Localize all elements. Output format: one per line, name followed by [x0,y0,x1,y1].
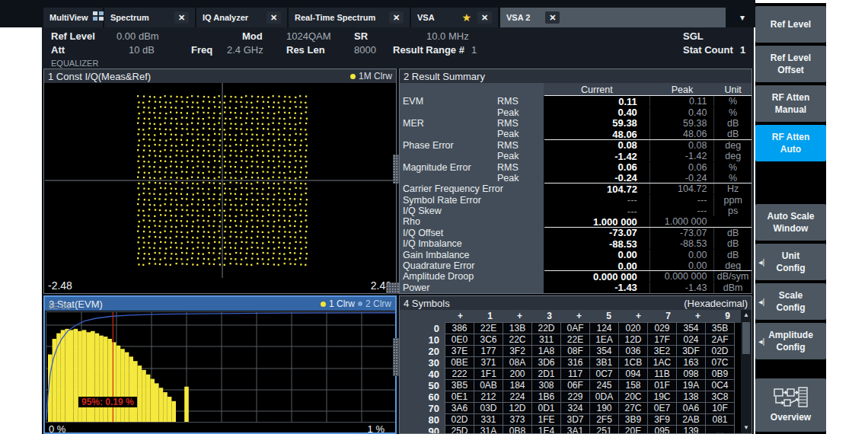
softkey-amplitude-config[interactable]: ◂|AmplitudeConfig [755,323,826,359]
vertical-splitter-handle[interactable] [393,155,399,183]
symbols-row-30: 300BE37108A3D63163B11CB1AC16307C [400,357,752,369]
current-value: 0.00 [544,260,649,272]
result-row-carrier-frequency-error: Carrier Frequency Error104.72104.72Hz [400,183,752,194]
ref-level-value[interactable]: 0.00 dBm [116,31,159,42]
symbols-col-label: + [683,310,713,323]
unit-value: deg [713,151,752,161]
scroll-down-icon[interactable]: ▼ [743,423,749,433]
tab-close-icon[interactable]: ✕ [389,11,404,24]
trace1-label: 1 Clrw [329,298,355,309]
symbol-cell: 02D [705,345,735,357]
stat-evm-window[interactable]: 3 Stat(EVM) 1 Clrw 2 Clrw 1E-01 95%: 0.1… [43,295,397,434]
symbol-cell: 029 [647,322,677,334]
att-value[interactable]: 10 dB [129,45,155,56]
scrollbar-thumb[interactable] [742,322,750,354]
tab-iq-analyzer[interactable]: IQ Analyzer✕ [196,8,287,27]
x-min-label: 0 % [49,423,65,434]
result-label: Phase ErrorRMS [400,140,544,151]
tab-spectrum[interactable]: Spectrum✕ [104,8,195,27]
res-len-value[interactable]: 8000 [354,45,376,56]
symbol-cell: 12D [503,402,532,414]
peak-value: 0.11 [649,96,713,107]
softkey-scale-config[interactable]: ◂|ScaleConfig [755,283,826,320]
peak-value: -73.07 [649,228,713,238]
symbol-cell: 17F [647,333,677,346]
softkey-auto-scale-window[interactable]: Auto ScaleWindow [755,204,826,241]
symbol-cell: 0E0 [445,333,474,346]
tab-multiview[interactable]: MultiView [43,8,103,27]
trace1-dot-icon [350,74,356,79]
tab-close-icon[interactable]: ✕ [174,11,189,24]
mod-value[interactable]: 1024QAM [286,31,331,42]
tab-close-icon[interactable]: ✕ [545,11,560,24]
symbol-cell: 22C [503,333,532,346]
result-sublabel: RMS [497,140,519,151]
symbol-cell: 371 [474,356,503,369]
symbol-cell: 11B [647,368,677,380]
softkey-overview[interactable]: Overview [755,378,826,432]
softkey-ref-level-offset[interactable]: Ref LevelOffset [755,46,826,82]
constellation-window[interactable]: 1 Const I/Q(Meas&Ref) 1M Clrw -2.48 2.48 [43,69,397,294]
constellation-title-bar: 1 Const I/Q(Meas&Ref) 1M Clrw [44,69,396,83]
peak-value: 0.000 000 [649,271,713,282]
col-current: Current [544,85,649,95]
ref-level-label: Ref Level [51,31,95,42]
symbol-cell: 3A6 [445,402,474,414]
result-range-value[interactable]: 1 [471,45,477,56]
freq-value[interactable]: 2.4 GHz [227,45,263,56]
result-sublabel: Peak [497,151,519,161]
tab-vsa-2[interactable]: VSA 2✕ [500,8,726,27]
result-label: Power [400,282,544,293]
symbol-cell: 31A [474,425,503,434]
splitter-corner-handle[interactable] [386,282,399,294]
symbol-cell: 212 [474,391,503,403]
symbol-cell: 124 [589,322,619,334]
col-unit: Unit [714,85,752,95]
result-row-magnitude-error: Magnitude ErrorRMS0.060.06% [400,161,752,172]
softkey-unit-config[interactable]: ◂|UnitConfig [755,244,826,280]
vertical-splitter-handle[interactable] [393,338,399,376]
result-sublabel: RMS [497,118,519,129]
symbol-cell: 036 [618,345,648,357]
tab-close-icon[interactable]: ✕ [477,11,492,24]
peak-value: 104.72 [649,183,713,194]
result-summary-window[interactable]: 2 Result Summary Current Peak Unit EVMRM… [399,69,752,294]
current-value: 0.06 [544,161,649,173]
symbols-row-90: 9025D31A0B81E43A125120E095139... [400,426,752,434]
top-edge-bar [0,0,755,8]
tab-vsa[interactable]: VSA★✕ [411,8,498,27]
symbol-cell: 251 [589,425,619,434]
softkey-label: Config [777,302,806,314]
symbol-cell: 308 [531,379,561,391]
submenu-arrow-icon: ◂| [758,337,764,346]
channel-info-bar: Ref Level 0.00 dBm Mod 1024QAM SR 10.0 M… [42,27,754,69]
symbols-row-index: 90 [400,426,445,434]
current-value: -1.43 [544,282,649,293]
softkey-rf-atten-manual[interactable]: RF AttenManual [755,85,826,122]
symbol-cell: 354 [676,322,706,334]
tab-list-dropdown[interactable]: ▾ [733,9,752,26]
peak-value: 0.00 [649,260,713,271]
symbol-cell: 229 [560,391,590,403]
symbols-window[interactable]: 4 Symbols (Hexadecimal) +1+3+5+7+9038622… [399,295,752,434]
tab-close-icon[interactable]: ✕ [266,11,281,24]
unit-value: % [713,173,752,183]
result-row-: Peak48.0648.06dB [400,129,752,139]
symbols-scrollbar[interactable]: ▲ ▼ [741,310,752,433]
symbol-cell: 3C6 [474,333,503,346]
unit-value: % [713,107,752,118]
sr-value[interactable]: 10.0 MHz [426,31,469,42]
softkey-label: Ref Level [771,19,811,30]
current-value: 0.000 000 [544,271,649,282]
symbol-cell: 0A6 [676,402,706,414]
tab-real-time-spectrum[interactable]: Real-Time Spectrum✕ [289,8,410,27]
result-row-quadrature-error: Quadrature Error0.000.00deg [400,260,752,271]
result-label: Gain Imbalance [400,249,544,260]
result-label: Peak [400,107,544,117]
symbol-cell: 0DA [589,391,619,403]
softkey-ref-level[interactable]: Ref Level [755,6,826,43]
softkey-rf-atten-auto[interactable]: RF AttenAuto [755,125,826,161]
peak-value: -1.43 [649,282,713,293]
symbol-cell: 163 [676,356,706,369]
scroll-up-icon[interactable]: ▲ [743,310,749,321]
